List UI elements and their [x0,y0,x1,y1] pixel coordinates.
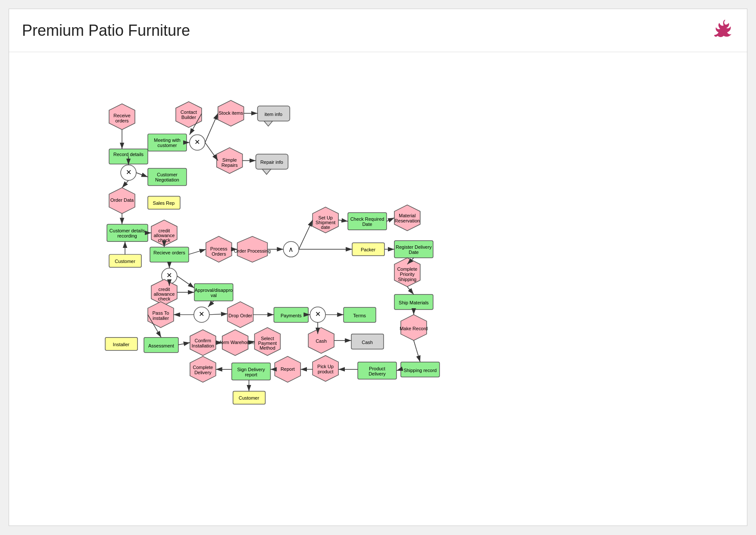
svg-line-150 [189,249,206,254]
svg-text:Reservation: Reservation [395,218,420,223]
node-recieve-orders: Recieve orders [150,247,189,262]
node-assessment: Assessment [144,338,178,353]
svg-text:Shipping record: Shipping record [403,368,437,373]
svg-text:Customer: Customer [115,259,135,264]
svg-line-158 [407,287,414,294]
svg-line-138 [205,143,218,161]
svg-text:Shipping: Shipping [398,277,417,282]
svg-text:item info: item info [265,112,282,117]
node-installer: Installer [105,338,137,350]
gateway-x4: ✕ [194,307,209,322]
node-report: Report [275,357,300,382]
node-order-data: Order Data [109,188,135,213]
node-cash2: Cash [351,334,384,349]
svg-text:✕: ✕ [194,138,200,146]
node-complete-delivery: Complete Delivery [190,357,216,382]
svg-text:Customer details: Customer details [109,228,145,233]
svg-text:Payments: Payments [281,313,302,318]
svg-line-147 [177,276,194,288]
svg-text:Confirm: Confirm [195,338,211,343]
svg-text:Recieve orders: Recieve orders [153,250,185,255]
node-shipping-record: Shipping record [401,362,440,377]
svg-text:Installer: Installer [113,342,130,347]
svg-text:Delivery: Delivery [369,371,386,376]
node-item-info: item info [258,106,290,126]
svg-text:Repair info: Repair info [260,160,283,165]
node-credit-allowance-check2: credit allowance check [151,279,177,305]
svg-text:Repairs: Repairs [222,163,238,168]
node-terms: Terms [344,307,376,322]
svg-line-136 [205,113,218,143]
node-check-required-date: Check Required Date [348,213,387,230]
svg-text:Sales Rep: Sales Rep [153,200,175,206]
svg-text:✕: ✕ [315,310,321,318]
node-register-delivery-date: Register Delivery Date [394,241,433,258]
node-payments: Payments [274,307,308,322]
svg-text:Pass To: Pass To [152,310,169,316]
svg-text:check: check [158,238,171,243]
node-customer-yellow: Customer [109,254,141,267]
svg-text:report: report [245,372,257,377]
main-page: Premium Patio Furniture Receive orders [9,9,747,526]
svg-text:Date: Date [409,250,419,255]
svg-text:Process: Process [210,246,228,251]
svg-text:✕: ✕ [199,310,204,318]
svg-line-152 [299,220,312,249]
svg-line-141 [122,180,128,188]
svg-text:date: date [321,225,330,230]
svg-text:Complete: Complete [193,365,213,370]
node-process-orders: Process Orders [206,236,232,262]
svg-text:Cash: Cash [316,338,327,344]
svg-line-160 [414,341,420,362]
svg-text:Installation: Installation [192,343,214,348]
node-repair-info: Repair info [256,154,288,175]
svg-text:product: product [318,369,334,374]
node-sign-delivery-report: Sign Delivery report [232,363,271,380]
node-customer-details-recording: Customer details recording [107,224,148,241]
svg-line-168 [209,314,228,315]
svg-text:Sign Delivery: Sign Delivery [237,367,265,372]
node-contact-builder: Contact Builder [176,102,202,128]
node-packer: Packer [352,243,384,256]
gateway-x1: ✕ [190,135,205,150]
svg-text:Product: Product [369,366,385,371]
svg-text:Cash: Cash [362,340,373,345]
node-cash1: Cash [308,328,334,354]
svg-text:Make Record: Make Record [400,326,428,331]
logo-icon [712,18,734,43]
svg-line-153 [338,220,348,221]
gateway-and: ∧ [283,241,299,257]
node-meeting-with-customer: Meeting with customer [148,134,187,151]
svg-text:Assessment: Assessment [148,343,174,348]
svg-text:Order Processing: Order Processing [234,248,271,253]
svg-text:Complete: Complete [397,266,417,272]
node-customer2-yellow: Customer [233,391,266,404]
svg-text:Check Required: Check Required [350,216,384,222]
svg-text:Register Delivery: Register Delivery [396,244,432,250]
svg-text:Date: Date [362,222,372,227]
node-pick-up-product: Pick Up product [312,356,338,382]
node-set-up-shipment-date: Set Up Shipment date [312,207,338,233]
svg-text:Approval/disappro: Approval/disappro [194,288,232,293]
node-credit-allowance-check1: credit allowance check [151,220,177,246]
svg-text:Meeting with: Meeting with [154,138,181,143]
svg-text:Stock items: Stock items [219,110,243,116]
svg-text:Customer: Customer [157,172,178,177]
svg-text:∧: ∧ [288,246,294,253]
svg-text:Material: Material [399,213,415,218]
svg-line-166 [208,301,214,307]
svg-text:Receive: Receive [113,113,131,118]
svg-text:Terms: Terms [353,313,366,318]
gateway-x5: ✕ [310,307,325,322]
svg-text:Orders: Orders [212,251,226,257]
gateway-x2: ✕ [121,165,136,180]
svg-text:Drop Order: Drop Order [228,313,252,318]
node-sales-rep: Sales Rep [148,196,180,209]
svg-text:Customer: Customer [239,395,259,400]
svg-text:✕: ✕ [126,169,131,176]
svg-marker-23 [262,169,271,174]
svg-text:Priority: Priority [400,272,415,277]
svg-text:Delivery: Delivery [194,370,212,375]
node-pass-to-installer: Pass To installer [148,302,174,328]
svg-text:Contact: Contact [181,110,197,115]
